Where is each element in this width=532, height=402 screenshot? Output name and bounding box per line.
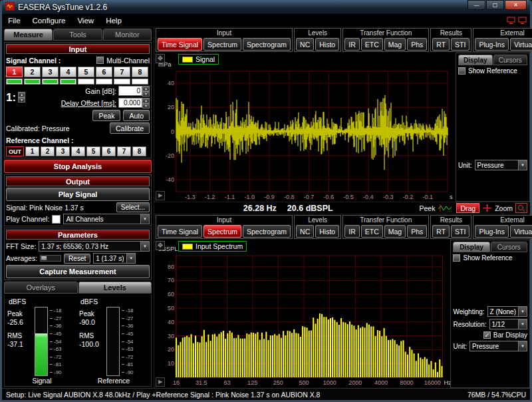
tab-time-signal[interactable]: Time Signal (158, 225, 202, 238)
tab-ir[interactable]: IR (344, 38, 360, 51)
bar-display-checkbox[interactable]: ✓ (483, 331, 491, 339)
reference-channel-5[interactable]: 5 (86, 146, 100, 156)
zoom-mode-label[interactable]: Zoom (495, 204, 513, 212)
chevron-down-icon[interactable]: ▼ (140, 214, 149, 224)
unit-dropdown-2[interactable]: Pressure ▼ (469, 341, 527, 351)
spin-down-icon[interactable]: ▼ (18, 97, 25, 102)
tab-spectrum[interactable]: Spectrum (203, 38, 241, 51)
spin-down-icon[interactable]: ▼ (142, 91, 150, 97)
tab-time-signal[interactable]: Time Signal (158, 38, 202, 51)
spin-up-icon[interactable]: ▲ (142, 98, 150, 103)
tab-sti[interactable]: STI (451, 38, 469, 51)
peek-mode-label[interactable]: Peek (419, 204, 435, 212)
multi-channel-checkbox[interactable] (96, 57, 104, 64)
reference-channel-8[interactable]: 8 (132, 146, 146, 156)
menu-configure[interactable]: Configure (27, 15, 72, 26)
resolution-dropdown[interactable]: 1/12 ▼ (489, 319, 528, 329)
fft-size-dropdown[interactable]: 1.37 s; 65536; 0.73 Hz ▼ (39, 241, 150, 252)
calibrate-button[interactable]: Calibrate (110, 122, 150, 134)
slider-handle[interactable] (41, 256, 47, 260)
spectrum-chart[interactable]: ✥ Input Spectrum 80706050403020101631.56… (154, 240, 450, 388)
chevron-down-icon[interactable]: ▼ (518, 319, 527, 329)
tab-nc[interactable]: NC (296, 225, 314, 238)
channel-spinner[interactable]: ▲ ▼ (18, 92, 25, 102)
tab-plug-ins[interactable]: Plug-Ins (475, 38, 509, 51)
delay-spinner[interactable]: ▲ ▼ (142, 98, 150, 108)
tab-histo[interactable]: Histo (315, 38, 339, 51)
display-icon-2[interactable] (518, 17, 527, 25)
tab-mag[interactable]: Mag (384, 38, 406, 51)
tab-etc[interactable]: ETC (361, 225, 383, 238)
play-icon[interactable]: ▶ (156, 191, 165, 200)
menu-help[interactable]: Help (100, 15, 128, 26)
time-signal-plot[interactable]: 40200-20-40-1.3-1.2-1.1-1.0-0.9-0.8-0.7-… (154, 53, 456, 202)
tab-phs[interactable]: Phs (407, 38, 427, 51)
show-reference-checkbox[interactable] (458, 67, 466, 75)
reference-channel-2[interactable]: 2 (41, 146, 55, 156)
averages-dropdown[interactable]: 1 (1.37 s) ▼ (93, 253, 136, 264)
zoom-icon[interactable] (515, 203, 527, 213)
minimize-button[interactable]: — (467, 0, 485, 10)
tab-spectrogram[interactable]: Spectrogram (243, 38, 291, 51)
chevron-down-icon[interactable]: ▼ (518, 160, 527, 170)
tab-rt[interactable]: RT (432, 225, 450, 238)
close-button[interactable]: ✕ (505, 0, 527, 10)
peak-button[interactable]: Peak (92, 110, 120, 121)
play-channel-dropdown[interactable]: All Channels ▼ (63, 214, 150, 224)
panel-tab-tools[interactable]: Tools (53, 29, 102, 41)
meter-tab-overlays[interactable]: Overlays (4, 282, 78, 294)
chevron-down-icon[interactable]: ▼ (518, 307, 527, 316)
signal-channel-7[interactable]: 7 (114, 67, 130, 77)
side-tab-display[interactable]: Display (458, 55, 493, 65)
chevron-down-icon[interactable]: ▼ (518, 341, 527, 351)
side-tab-cursors[interactable]: Cursors (493, 55, 528, 65)
auto-button[interactable]: Auto (123, 110, 150, 121)
peek-waveform-icon[interactable] (438, 204, 454, 212)
signal-channel-3[interactable]: 3 (42, 67, 59, 77)
reference-channel-4[interactable]: 4 (71, 146, 85, 156)
time-signal-chart[interactable]: ✥ Signal 40200-20-40-1.3-1.2-1.1-1.0-0.9… (154, 53, 456, 202)
reference-channel-7[interactable]: 7 (117, 146, 131, 156)
tab-rt[interactable]: RT (432, 38, 450, 51)
meter-tab-levels[interactable]: Levels (78, 282, 152, 294)
spin-up-icon[interactable]: ▲ (142, 86, 150, 91)
reference-channel-1[interactable]: 1 (25, 146, 39, 156)
play-icon[interactable]: ▶ (156, 377, 165, 387)
signal-channel-5[interactable]: 5 (78, 67, 94, 77)
delay-input[interactable]: 0.000 (118, 98, 142, 108)
drag-icon[interactable] (482, 204, 492, 212)
stop-analysis-button[interactable]: Stop Analysis (4, 160, 152, 173)
chevron-down-icon[interactable]: ▼ (140, 242, 149, 251)
tab-plug-ins[interactable]: Plug-Ins (475, 225, 509, 238)
move-icon[interactable]: ✥ (156, 54, 165, 63)
tab-spectrogram[interactable]: Spectrogram (243, 225, 291, 238)
reset-averages-button[interactable]: Reset (64, 254, 90, 264)
play-signal-button[interactable]: Play Signal (6, 188, 150, 201)
reference-channel-3[interactable]: 3 (56, 146, 70, 156)
select-signal-button[interactable]: Select... (116, 202, 150, 212)
menu-file[interactable]: File (2, 15, 27, 26)
side-tab-display-2[interactable]: Display (453, 242, 489, 252)
capture-measurement-button[interactable]: Capture Measurement (6, 265, 150, 278)
display-icon[interactable] (507, 17, 515, 25)
averages-slider[interactable] (40, 255, 61, 262)
reference-channel-6[interactable]: 6 (102, 146, 116, 156)
show-reference-checkbox-2[interactable] (453, 254, 460, 262)
chevron-down-icon[interactable]: ▼ (126, 254, 135, 263)
spin-up-icon[interactable]: ▲ (18, 92, 25, 97)
gain-spinner[interactable]: ▲ ▼ (142, 86, 150, 97)
weighting-dropdown[interactable]: Z (None) ▼ (487, 306, 527, 317)
gain-input[interactable]: 0 (118, 86, 142, 96)
tab-histo[interactable]: Histo (315, 225, 339, 238)
tab-ir[interactable]: IR (344, 225, 360, 238)
panel-tab-monitor[interactable]: Monitor (103, 29, 152, 41)
spectrum-plot[interactable]: 80706050403020101631.5631252505001000200… (154, 240, 450, 388)
tab-nc[interactable]: NC (296, 38, 314, 51)
tab-virtual-eq[interactable]: Virtual EQ (510, 38, 532, 51)
signal-channel-4[interactable]: 4 (60, 67, 76, 77)
tab-virtual-eq[interactable]: Virtual EQ (510, 225, 532, 238)
tab-etc[interactable]: ETC (361, 38, 383, 51)
tab-phs[interactable]: Phs (407, 225, 427, 238)
signal-channel-2[interactable]: 2 (24, 67, 41, 77)
signal-channel-6[interactable]: 6 (96, 67, 112, 77)
